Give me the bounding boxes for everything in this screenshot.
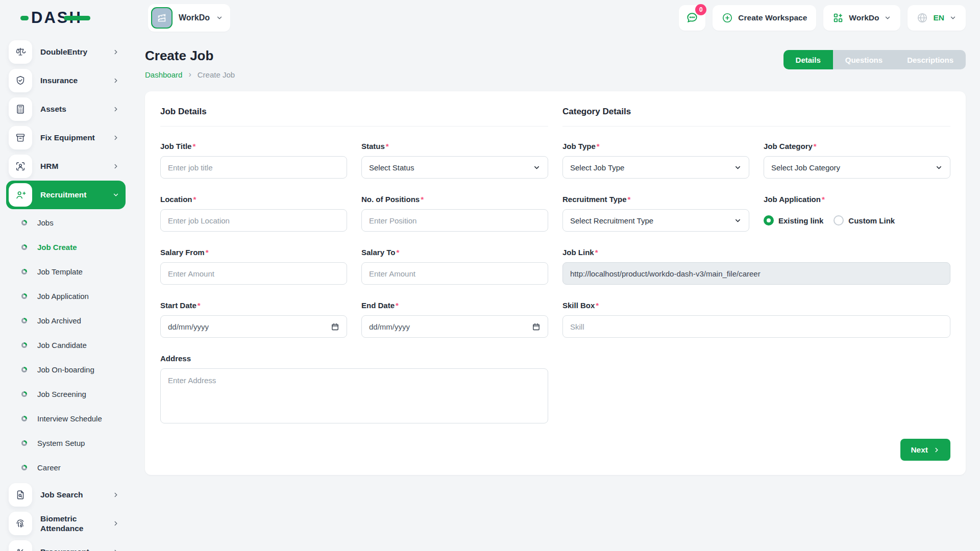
required-marker: * bbox=[198, 301, 201, 310]
salary-from-input[interactable] bbox=[160, 262, 347, 285]
submenu-item-interview-schedule[interactable]: Interview Schedule bbox=[6, 406, 126, 431]
required-marker: * bbox=[193, 195, 197, 204]
tab-descriptions[interactable]: Descriptions bbox=[895, 50, 966, 69]
job-type-select[interactable]: Select Job Type bbox=[562, 156, 749, 179]
recruitment-type-select[interactable]: Select Recruitment Type bbox=[562, 209, 749, 232]
sidebar-item-recruitment[interactable]: Recruitment bbox=[6, 181, 126, 209]
submenu-item-job-archived[interactable]: Job Archived bbox=[6, 308, 126, 333]
submenu-item-job-screening[interactable]: Job Screening bbox=[6, 382, 126, 406]
required-marker: * bbox=[814, 142, 817, 151]
sidebar-item-label: Recruitment bbox=[40, 190, 104, 199]
positions-input[interactable] bbox=[361, 209, 548, 232]
start-date-value: dd/mm/yyyy bbox=[168, 322, 209, 331]
message-count-badge: 0 bbox=[695, 4, 706, 15]
chevron-right-icon bbox=[112, 548, 119, 551]
start-date-label: Start Date bbox=[160, 301, 197, 310]
calendar-icon bbox=[331, 322, 339, 331]
submenu-item-job-create[interactable]: Job Create bbox=[6, 235, 126, 259]
required-marker: * bbox=[396, 248, 399, 257]
chevron-right-icon bbox=[112, 520, 119, 527]
language-selector[interactable]: EN bbox=[908, 5, 966, 31]
job-title-label: Job Title bbox=[160, 142, 191, 151]
chevron-down-icon bbox=[734, 164, 742, 171]
end-date-input[interactable]: dd/mm/yyyy bbox=[361, 315, 548, 338]
sidebar-item-procurement[interactable]: Procurement bbox=[6, 538, 126, 551]
submenu-item-job-candidate[interactable]: Job Candidate bbox=[6, 333, 126, 357]
location-field: Location* bbox=[160, 195, 347, 232]
submenu-item-job-template[interactable]: Job Template bbox=[6, 259, 126, 284]
end-date-label: End Date bbox=[361, 301, 395, 310]
workspace-selector[interactable]: WorkDo bbox=[148, 4, 230, 32]
skill-input[interactable] bbox=[562, 315, 950, 338]
required-marker: * bbox=[386, 142, 389, 151]
address-textarea[interactable] bbox=[160, 368, 548, 423]
status-select[interactable]: Select Status bbox=[361, 156, 548, 179]
calendar-icon bbox=[532, 322, 541, 331]
recruitment-type-label: Recruitment Type bbox=[562, 195, 627, 204]
submenu-item-job-onboarding[interactable]: Job On-boarding bbox=[6, 357, 126, 382]
job-category-label: Job Category bbox=[764, 142, 813, 151]
bullet-icon bbox=[21, 342, 27, 348]
submenu-item-jobs[interactable]: Jobs bbox=[6, 210, 126, 235]
sidebar-item-doubleentry[interactable]: DoubleEntry bbox=[6, 38, 126, 66]
breadcrumb-dashboard-link[interactable]: Dashboard bbox=[145, 70, 182, 79]
salary-to-input[interactable] bbox=[361, 262, 548, 285]
app-menu-label: WorkDo bbox=[849, 13, 879, 22]
chevron-right-icon bbox=[112, 134, 119, 141]
sidebar-item-label: Fix Equipment bbox=[40, 133, 104, 142]
sidebar-item-label: Assets bbox=[40, 104, 104, 114]
skill-box-label: Skill Box bbox=[562, 301, 595, 310]
recruitment-type-select-value: Select Recruitment Type bbox=[570, 216, 653, 225]
submenu-item-career[interactable]: Career bbox=[6, 455, 126, 480]
chevron-down-icon bbox=[216, 14, 223, 21]
chevron-down-icon bbox=[112, 191, 119, 198]
app-logo[interactable]: DASH bbox=[20, 9, 148, 27]
top-bar: DASH WorkDo 0 Create Workspace bbox=[0, 0, 980, 36]
calculator-icon bbox=[9, 97, 32, 121]
job-title-input[interactable] bbox=[160, 156, 347, 179]
start-date-input[interactable]: dd/mm/yyyy bbox=[160, 315, 347, 338]
required-marker: * bbox=[597, 142, 600, 151]
chevron-right-icon bbox=[112, 77, 119, 84]
job-type-field: Job Type* Select Job Type bbox=[562, 142, 749, 179]
globe-icon bbox=[917, 12, 928, 23]
sidebar-item-hrm[interactable]: HRM bbox=[6, 152, 126, 181]
status-field: Status* Select Status bbox=[361, 142, 548, 179]
sidebar-item-job-search[interactable]: Job Search bbox=[6, 481, 126, 509]
job-link-input[interactable] bbox=[562, 262, 950, 285]
location-label: Location bbox=[160, 195, 192, 204]
next-button[interactable]: Next bbox=[900, 439, 950, 461]
recruitment-type-field: Recruitment Type* Select Recruitment Typ… bbox=[562, 195, 749, 232]
submenu-item-label: Job Application bbox=[37, 292, 89, 300]
job-details-section: Job Details Job Title* Status* Select St… bbox=[160, 107, 548, 423]
bullet-icon bbox=[21, 318, 27, 323]
submenu-item-system-setup[interactable]: System Setup bbox=[6, 431, 126, 455]
messages-button[interactable]: 0 bbox=[679, 5, 705, 31]
tab-questions[interactable]: Questions bbox=[833, 50, 895, 69]
status-select-value: Select Status bbox=[369, 163, 414, 172]
end-date-value: dd/mm/yyyy bbox=[369, 322, 410, 331]
sidebar-item-assets[interactable]: Assets bbox=[6, 95, 126, 123]
radio-existing-link[interactable]: Existing link bbox=[764, 215, 823, 226]
create-job-card: Job Details Job Title* Status* Select St… bbox=[145, 91, 966, 475]
job-title-field: Job Title* bbox=[160, 142, 347, 179]
bullet-icon bbox=[21, 391, 27, 397]
location-input[interactable] bbox=[160, 209, 347, 232]
create-workspace-button[interactable]: Create Workspace bbox=[713, 5, 816, 31]
submenu-item-label: Interview Schedule bbox=[37, 414, 102, 423]
breadcrumb-separator-icon: › bbox=[188, 70, 191, 79]
required-marker: * bbox=[822, 195, 825, 204]
submenu-item-label: Career bbox=[37, 463, 61, 472]
chevron-down-icon bbox=[949, 14, 957, 21]
tab-details[interactable]: Details bbox=[783, 50, 833, 69]
status-label: Status bbox=[361, 142, 385, 151]
submenu-item-job-application[interactable]: Job Application bbox=[6, 284, 126, 308]
app-menu-button[interactable]: WorkDo bbox=[823, 5, 900, 31]
sidebar-item-fix-equipment[interactable]: Fix Equipment bbox=[6, 123, 126, 152]
sidebar-item-insurance[interactable]: Insurance bbox=[6, 66, 126, 95]
required-marker: * bbox=[206, 248, 209, 257]
radio-custom-link[interactable]: Custom Link bbox=[834, 215, 895, 226]
sidebar-item-biometric-attendance[interactable]: Biometric Attendance bbox=[6, 509, 126, 538]
job-category-select[interactable]: Select Job Category bbox=[764, 156, 950, 179]
section-title-category-details: Category Details bbox=[562, 107, 950, 127]
